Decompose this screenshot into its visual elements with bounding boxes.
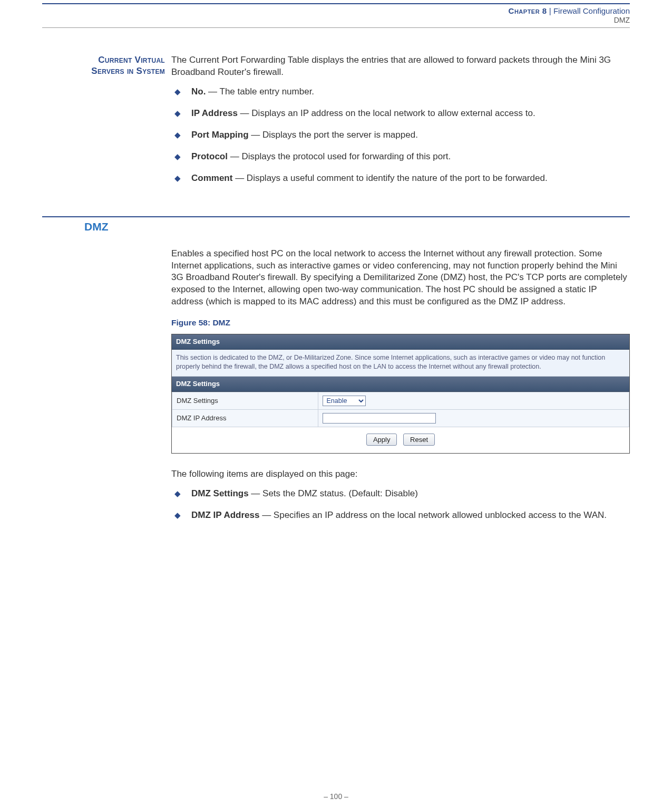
apply-button[interactable]: Apply	[366, 434, 397, 446]
list-item: IP Address — Displays an IP address on t…	[171, 108, 630, 120]
section-side-heading-virtual-servers: Current Virtual Servers in System	[42, 54, 171, 77]
form-label-dmz-ip: DMZ IP Address	[172, 410, 318, 427]
dmz-ip-address-input[interactable]	[323, 413, 436, 424]
list-desc: — Displays the protocol used for forward…	[228, 151, 451, 161]
list-desc: — The table entry number.	[206, 86, 314, 97]
list-term: No.	[191, 86, 206, 97]
list-desc: — Displays the port the server is mapped…	[249, 130, 418, 140]
list-desc: — Sets the DMZ status. (Default: Disable…	[249, 488, 418, 498]
list-term: Port Mapping	[191, 130, 249, 140]
header-separator: |	[549, 6, 551, 15]
page-header: Chapter 8 | Firewall Configuration DMZ	[0, 4, 672, 27]
chapter-title: Firewall Configuration	[553, 6, 630, 15]
list-item: Protocol — Displays the protocol used fo…	[171, 151, 630, 163]
virtual-servers-intro: The Current Port Forwarding Table displa…	[171, 54, 630, 79]
dmz-items-list: DMZ Settings — Sets the DMZ status. (Def…	[171, 488, 630, 522]
list-term: IP Address	[191, 108, 238, 118]
list-desc: — Specifies an IP address on the local n…	[259, 510, 607, 520]
list-item: Comment — Displays a useful comment to i…	[171, 172, 630, 185]
list-desc: — Displays a useful comment to identify …	[232, 173, 547, 183]
panel-title-bar: DMZ Settings	[172, 377, 629, 392]
panel-title-bar: DMZ Settings	[172, 334, 629, 350]
dmz-settings-select[interactable]: Enable	[323, 396, 366, 406]
section-heading-dmz: DMZ	[84, 220, 630, 233]
chapter-label: Chapter 8	[509, 6, 547, 15]
side-heading-line: Current Virtual	[98, 55, 165, 65]
list-item: Port Mapping — Displays the port the ser…	[171, 129, 630, 141]
figure-caption: Figure 58: DMZ	[171, 318, 630, 329]
panel-description: This section is dedicated to the DMZ, or…	[172, 350, 629, 377]
table-row: DMZ IP Address	[172, 410, 629, 427]
list-term: Protocol	[191, 151, 228, 161]
list-desc: — Displays an IP address on the local ne…	[238, 108, 535, 118]
page-footer: – 100 –	[0, 792, 672, 801]
list-item: DMZ Settings — Sets the DMZ status. (Def…	[171, 488, 630, 500]
list-term: DMZ Settings	[191, 488, 249, 498]
virtual-servers-list: No. — The table entry number. IP Address…	[171, 86, 630, 185]
dmz-settings-screenshot: DMZ Settings This section is dedicated t…	[171, 334, 630, 454]
dmz-body-text: Enables a specified host PC on the local…	[171, 248, 630, 309]
list-term: DMZ IP Address	[191, 510, 259, 520]
form-label-dmz-settings: DMZ Settings	[172, 392, 318, 410]
dmz-form-table: DMZ Settings Enable DMZ IP Address	[172, 392, 629, 427]
side-heading-line: Servers in System	[91, 66, 165, 76]
list-term: Comment	[191, 173, 232, 183]
list-item: DMZ IP Address — Specifies an IP address…	[171, 509, 630, 522]
page-number: – 100 –	[324, 792, 348, 801]
header-subsection: DMZ	[614, 16, 630, 24]
list-item: No. — The table entry number.	[171, 86, 630, 98]
followup-intro: The following items are displayed on thi…	[171, 468, 630, 480]
table-row: DMZ Settings Enable	[172, 392, 629, 410]
reset-button[interactable]: Reset	[403, 434, 435, 446]
